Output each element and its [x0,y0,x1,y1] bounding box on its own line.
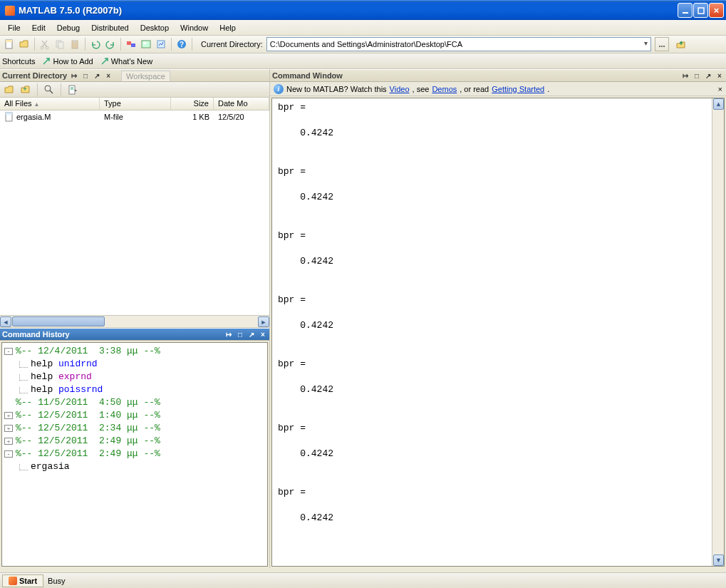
window-title: MATLAB 7.5.0 (R2007b) [19,5,678,16]
svg-point-19 [663,46,665,47]
current-directory-title: Current Directory [2,71,67,80]
scroll-right-icon[interactable]: ► [258,316,269,327]
status-message: Busy [48,577,65,585]
svg-rect-23 [6,113,12,115]
current-directory-combo[interactable]: C:\Documents and Settings\Administrator\… [266,37,651,51]
panel-maximize-icon[interactable]: □ [81,71,90,80]
menu-window[interactable]: Window [175,22,214,33]
up-folder-icon[interactable] [674,37,688,51]
current-directory-value: C:\Documents and Settings\Administrator\… [270,40,462,48]
history-line[interactable]: +%-- 12/5/2011 2:34 μμ --% [4,422,265,435]
up-folder-icon[interactable] [19,83,33,97]
column-allfiles[interactable]: All Files ▲ [0,98,100,110]
column-date[interactable]: Date Mo [214,98,269,110]
info-text-mid2: , or read [460,85,489,93]
file-toolbar [0,82,269,98]
browse-folder-icon[interactable] [655,37,669,51]
new-file-icon[interactable] [2,37,16,51]
menu-distributed[interactable]: Distributed [85,22,135,33]
shortcut-howto-label: How to Add [53,57,93,66]
workspace-tab[interactable]: Workspace [121,71,170,81]
shortcut-whatsnew[interactable]: What's New [100,57,152,66]
column-size[interactable]: Size [171,98,214,110]
svg-rect-7 [58,42,63,48]
scroll-thumb[interactable] [12,316,105,326]
menu-file[interactable]: File [2,22,26,33]
shortcut-howto[interactable]: How to Add [42,57,93,66]
menu-help[interactable]: Help [214,22,242,33]
simulink-icon[interactable] [124,37,138,51]
vertical-scrollbar[interactable]: ▲ ▼ [712,98,724,566]
minimize-button[interactable] [678,3,693,18]
arrow-icon [100,57,109,66]
panel-undock-icon[interactable]: ↗ [93,71,101,80]
redo-icon[interactable] [103,37,118,51]
maximize-button[interactable] [693,3,708,18]
file-size: 1 KB [171,113,214,121]
command-history-body[interactable]: -%-- 12/4/2011 3:38 μμ --%help unidrndhe… [1,342,268,567]
horizontal-scrollbar[interactable]: ◄ ► [0,315,269,327]
file-type: M-file [100,113,171,121]
svg-rect-1 [698,8,704,14]
file-date: 12/5/20 [214,113,269,121]
panel-close-icon[interactable]: × [259,330,267,339]
shortcuts-bar: Shortcuts How to Add What's New [0,53,726,69]
menu-edit[interactable]: Edit [26,22,51,33]
info-link-demos[interactable]: Demos [432,85,457,93]
history-line[interactable]: help unidrnd [4,358,265,371]
svg-point-18 [661,46,663,47]
svg-rect-3 [6,40,12,42]
cut-icon[interactable] [38,37,52,51]
shortcuts-label: Shortcuts [2,57,35,66]
history-line[interactable]: ergasia [4,460,265,473]
scroll-up-icon[interactable]: ▲ [713,98,724,110]
file-name: ergasia.M [16,113,51,121]
file-list: ergasia.M M-file 1 KB 12/5/20 [0,110,269,315]
menu-desktop[interactable]: Desktop [135,22,175,33]
history-line[interactable]: help exprnd [4,371,265,383]
info-close-icon[interactable]: × [718,85,722,93]
history-line[interactable]: -%-- 12/5/2011 2:49 μμ --% [4,448,265,460]
reports-icon[interactable] [66,83,80,97]
panel-dockarrow-icon[interactable]: ↦ [224,330,233,339]
panel-dockarrow-icon[interactable]: ↦ [70,71,78,80]
info-text-end: . [547,85,549,93]
file-row[interactable]: ergasia.M M-file 1 KB 12/5/20 [0,110,269,123]
guide-icon[interactable] [139,37,153,51]
info-link-gettingstarted[interactable]: Getting Started [492,85,544,93]
folder-icon[interactable] [2,83,16,97]
open-folder-icon[interactable] [17,37,31,51]
history-line[interactable]: +%-- 12/5/2011 2:49 μμ --% [4,435,265,448]
history-line[interactable]: -%-- 12/4/2011 3:38 μμ --% [4,345,265,358]
history-line[interactable]: +%-- 12/5/2011 1:40 μμ --% [4,409,265,422]
menu-debug[interactable]: Debug [51,22,85,33]
panel-maximize-icon[interactable]: □ [693,71,701,80]
help-icon[interactable]: ? [175,37,189,51]
svg-rect-9 [73,40,76,42]
panel-undock-icon[interactable]: ↗ [247,330,256,339]
start-button[interactable]: Start [2,574,43,587]
shortcut-whatsnew-label: What's New [111,57,152,66]
panel-close-icon[interactable]: × [715,71,724,80]
panel-close-icon[interactable]: × [104,71,113,80]
profiler-icon[interactable] [154,37,168,51]
undo-icon[interactable] [88,37,103,51]
copy-icon[interactable] [53,37,67,51]
panel-undock-icon[interactable]: ↗ [704,71,712,80]
paste-icon[interactable] [68,37,82,51]
history-line[interactable]: %-- 11/5/2011 4:50 μμ --% [4,396,265,409]
panel-maximize-icon[interactable]: □ [236,330,244,339]
command-window-body[interactable]: bpr = 0.4242 bpr = 0.4242 bpr = 0.4242 b… [271,98,725,567]
history-line[interactable]: help poissrnd [4,383,265,396]
info-link-video[interactable]: Video [390,85,410,93]
column-type[interactable]: Type [100,98,171,110]
command-history-title: Command History [2,330,70,339]
titlebar: MATLAB 7.5.0 (R2007b) × [0,0,726,20]
current-directory-label: Current Directory: [201,40,263,48]
svg-point-20 [45,86,51,91]
scroll-left-icon[interactable]: ◄ [0,316,11,327]
close-button[interactable]: × [709,3,724,18]
find-icon[interactable] [42,83,56,97]
scroll-down-icon[interactable]: ▼ [713,555,724,566]
panel-dockarrow-icon[interactable]: ↦ [681,71,690,80]
